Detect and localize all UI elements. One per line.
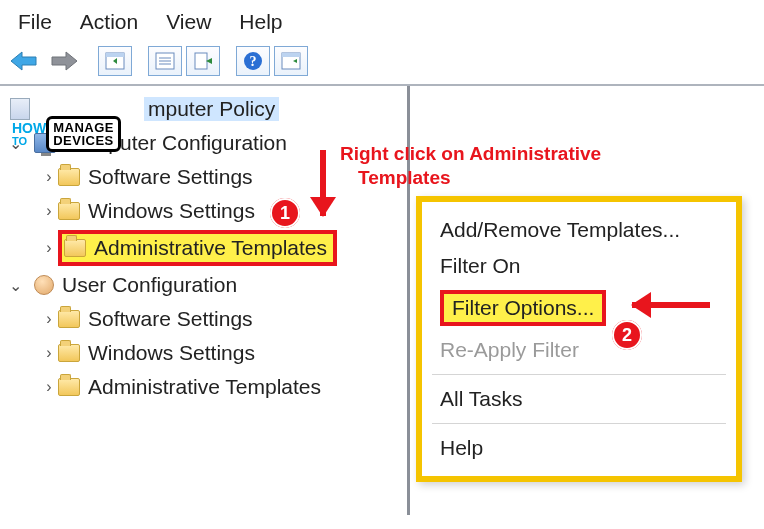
highlight-filter-options: Filter Options... [440, 290, 606, 326]
annotation-arrow-down [320, 150, 326, 216]
tree-item-label: Windows Settings [88, 341, 255, 365]
annotation-badge-1: 1 [270, 198, 300, 228]
annotation-badge-2: 2 [612, 320, 642, 350]
expand-icon[interactable]: › [40, 239, 58, 257]
menu-bar: File Action View Help [0, 0, 764, 40]
tree-item-label: Administrative Templates [88, 375, 321, 399]
annotation-instruction: Right click on Administrative Templates [340, 142, 601, 190]
context-menu: Add/Remove Templates... Filter On Filter… [416, 196, 742, 482]
menu-view[interactable]: View [166, 10, 211, 34]
toolbar-pane-toggle-button[interactable] [98, 46, 132, 76]
toolbar-window-button[interactable] [274, 46, 308, 76]
toolbar-help-button[interactable]: ? [236, 46, 270, 76]
tree-item-label: Software Settings [88, 165, 253, 189]
menu-help[interactable]: Help [239, 10, 282, 34]
folder-icon [58, 378, 80, 396]
tree-uc-windows-settings[interactable]: › Windows Settings [6, 336, 405, 370]
tree-uc-administrative-templates[interactable]: › Administrative Templates [6, 370, 405, 404]
annotation-arrow-left [632, 302, 710, 308]
toolbar: ? [0, 40, 764, 86]
tree-item-label: Administrative Templates [94, 236, 327, 260]
ctx-filter-options[interactable]: Filter Options... [422, 284, 736, 332]
svg-rect-9 [195, 53, 207, 69]
nav-forward-button[interactable] [46, 44, 82, 78]
folder-icon [64, 239, 86, 257]
tree-item-label: Windows Settings [88, 199, 255, 223]
expand-icon[interactable]: › [40, 378, 58, 396]
nav-back-button[interactable] [6, 44, 42, 78]
expand-icon[interactable]: › [40, 202, 58, 220]
ctx-add-remove-templates[interactable]: Add/Remove Templates... [422, 212, 736, 248]
svg-marker-1 [52, 52, 77, 70]
ctx-separator [432, 423, 726, 424]
watermark-logo: HOW TO MANAGE DEVICES [12, 116, 121, 152]
ctx-all-tasks[interactable]: All Tasks [422, 381, 736, 417]
user-icon [34, 275, 54, 295]
svg-rect-14 [282, 53, 300, 57]
tree-uc-software-settings[interactable]: › Software Settings [6, 302, 405, 336]
svg-marker-0 [11, 52, 36, 70]
folder-icon [58, 168, 80, 186]
collapse-icon[interactable]: ⌄ [6, 276, 24, 295]
ctx-help[interactable]: Help [422, 430, 736, 466]
tree-user-configuration[interactable]: ⌄ User Configuration [6, 268, 405, 302]
tree-cc-windows-settings[interactable]: › Windows Settings [6, 194, 405, 228]
highlight-admin-templates: Administrative Templates [58, 230, 337, 266]
expand-icon[interactable]: › [40, 168, 58, 186]
tree-item-label: User Configuration [62, 273, 237, 297]
svg-text:?: ? [250, 54, 257, 69]
tree-item-label: Software Settings [88, 307, 253, 331]
tree-cc-administrative-templates[interactable]: › Administrative Templates [6, 228, 405, 268]
ctx-reapply-filter: Re-Apply Filter [422, 332, 736, 368]
ctx-separator [432, 374, 726, 375]
folder-icon [58, 202, 80, 220]
svg-rect-3 [106, 53, 124, 57]
toolbar-export-button[interactable] [186, 46, 220, 76]
menu-action[interactable]: Action [80, 10, 138, 34]
expand-icon[interactable]: › [40, 310, 58, 328]
folder-icon [58, 344, 80, 362]
expand-icon[interactable]: › [40, 344, 58, 362]
menu-file[interactable]: File [18, 10, 52, 34]
ctx-filter-on[interactable]: Filter On [422, 248, 736, 284]
toolbar-list-button[interactable] [148, 46, 182, 76]
tree-root-label: mputer Policy [144, 97, 279, 121]
folder-icon [58, 310, 80, 328]
